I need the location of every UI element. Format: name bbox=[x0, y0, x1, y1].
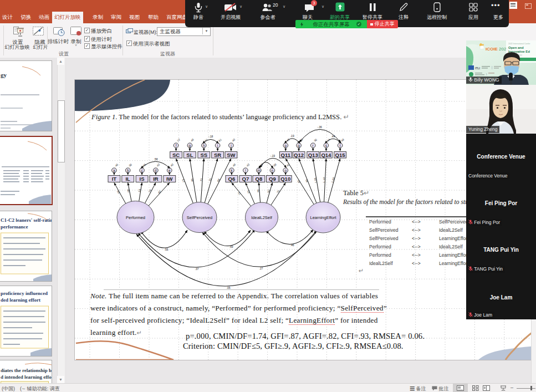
svg-text:.19: .19 bbox=[290, 134, 294, 138]
svg-text:ded learning effort: ded learning effort bbox=[1, 297, 40, 303]
svg-text:.73: .73 bbox=[246, 190, 251, 195]
svg-text:.40: .40 bbox=[231, 138, 236, 142]
svg-text:.53: .53 bbox=[137, 189, 141, 193]
svg-text:Q13: Q13 bbox=[308, 152, 318, 158]
svg-text:.68: .68 bbox=[216, 178, 221, 183]
svg-text:.38: .38 bbox=[128, 163, 133, 167]
svg-text:.39: .39 bbox=[272, 163, 277, 167]
svg-text:1.10: 1.10 bbox=[322, 177, 325, 182]
svg-text:Q15: Q15 bbox=[335, 152, 346, 158]
svg-text:.46: .46 bbox=[290, 243, 294, 247]
svg-text:.44: .44 bbox=[331, 135, 335, 138]
svg-text:Q14: Q14 bbox=[321, 152, 331, 158]
svg-text:diates the relationship betwee: diates the relationship between bbox=[1, 368, 52, 373]
svg-text:n: n bbox=[272, 169, 274, 172]
svg-text:.48: .48 bbox=[340, 138, 345, 142]
svg-text:.43: .43 bbox=[156, 163, 161, 167]
svg-text:SL: SL bbox=[186, 152, 193, 158]
svg-text:C1-C2 leaners' self-rating: C1-C2 leaners' self-rating bbox=[1, 217, 52, 223]
svg-text:Q9: Q9 bbox=[269, 176, 276, 182]
svg-text:1.09: 1.09 bbox=[330, 177, 335, 183]
svg-text:.71: .71 bbox=[237, 191, 242, 196]
svg-text:-.36: -.36 bbox=[317, 125, 322, 129]
svg-text:d: d bbox=[155, 169, 157, 172]
svg-text:IR: IR bbox=[153, 176, 159, 182]
svg-text:.40: .40 bbox=[170, 163, 175, 167]
svg-text:Q6: Q6 bbox=[228, 176, 236, 182]
svg-text:.48: .48 bbox=[232, 163, 237, 167]
svg-text:Q8: Q8 bbox=[256, 176, 263, 182]
svg-text:gy: gy bbox=[1, 72, 7, 78]
svg-text:Performed: Performed bbox=[126, 215, 145, 220]
svg-text:Q10: Q10 bbox=[280, 176, 290, 182]
svg-text:p: p bbox=[284, 144, 287, 148]
svg-text:SelfPerceived: SelfPerceived bbox=[187, 215, 212, 220]
svg-text:a: a bbox=[113, 169, 115, 172]
svg-text:ITLI: ITLI bbox=[475, 67, 480, 70]
svg-text:j: j bbox=[230, 144, 231, 148]
svg-text:.86: .86 bbox=[190, 178, 194, 182]
svg-text:.05: .05 bbox=[227, 286, 231, 289]
svg-text:i: i bbox=[217, 144, 218, 147]
svg-text:.61: .61 bbox=[218, 138, 223, 142]
svg-text:.36: .36 bbox=[313, 138, 318, 142]
svg-text:.46: .46 bbox=[114, 163, 119, 167]
svg-text:.48: .48 bbox=[190, 138, 195, 142]
svg-text:.59: .59 bbox=[229, 245, 233, 248]
svg-text:LearningEffort: LearningEffort bbox=[310, 215, 337, 220]
svg-text:.74: .74 bbox=[147, 189, 152, 194]
svg-text:IS: IS bbox=[140, 176, 145, 182]
svg-text:.66: .66 bbox=[116, 190, 121, 195]
svg-text:g: g bbox=[189, 144, 191, 148]
svg-text:IdealL2Self: IdealL2Self bbox=[251, 215, 272, 220]
svg-text:h: h bbox=[203, 144, 205, 147]
svg-text:.91: .91 bbox=[304, 179, 309, 184]
svg-text:SC: SC bbox=[172, 152, 180, 158]
svg-text:o: o bbox=[284, 169, 287, 172]
svg-text:.78: .78 bbox=[257, 189, 261, 194]
svg-text:.71: .71 bbox=[200, 178, 203, 182]
svg-text:SS: SS bbox=[200, 152, 207, 158]
svg-text:1.05: 1.05 bbox=[313, 177, 318, 184]
svg-text:m: m bbox=[257, 169, 260, 172]
svg-text:.27: .27 bbox=[259, 267, 263, 270]
svg-text:.73: .73 bbox=[181, 179, 186, 184]
svg-text:-.19: -.19 bbox=[270, 154, 275, 157]
svg-text:.43: .43 bbox=[246, 163, 251, 167]
svg-text:IL: IL bbox=[125, 176, 130, 182]
svg-text:SW: SW bbox=[227, 152, 235, 158]
svg-text:.12: .12 bbox=[176, 138, 181, 142]
svg-text:2022 International Confer: 2022 International Confer bbox=[508, 43, 530, 45]
svg-text:.68: .68 bbox=[126, 189, 130, 194]
svg-text:f: f bbox=[176, 144, 177, 147]
svg-text:t: t bbox=[340, 144, 341, 147]
svg-text:Q11: Q11 bbox=[281, 152, 291, 158]
svg-text:IW: IW bbox=[166, 176, 173, 182]
svg-text:.55: .55 bbox=[165, 248, 169, 251]
svg-text:.37: .37 bbox=[195, 267, 199, 271]
svg-text:Q12: Q12 bbox=[294, 152, 304, 158]
svg-text:d intended learning effort.: d intended learning effort. bbox=[1, 374, 52, 380]
svg-text:-.18: -.18 bbox=[208, 135, 213, 138]
svg-text:b: b bbox=[127, 169, 129, 172]
svg-text:Q7: Q7 bbox=[242, 176, 249, 182]
svg-text:Open and: Open and bbox=[508, 46, 524, 49]
svg-text:IT: IT bbox=[112, 176, 117, 182]
svg-text:ICOIE: ICOIE bbox=[486, 47, 498, 52]
svg-text:.58: .58 bbox=[154, 157, 158, 161]
svg-text:e: e bbox=[169, 169, 171, 172]
svg-text:performance: performance bbox=[1, 224, 28, 230]
svg-text:proficiency influenced: proficiency influenced bbox=[1, 291, 48, 296]
svg-text:q: q bbox=[298, 144, 300, 148]
svg-text:SR: SR bbox=[214, 152, 221, 158]
